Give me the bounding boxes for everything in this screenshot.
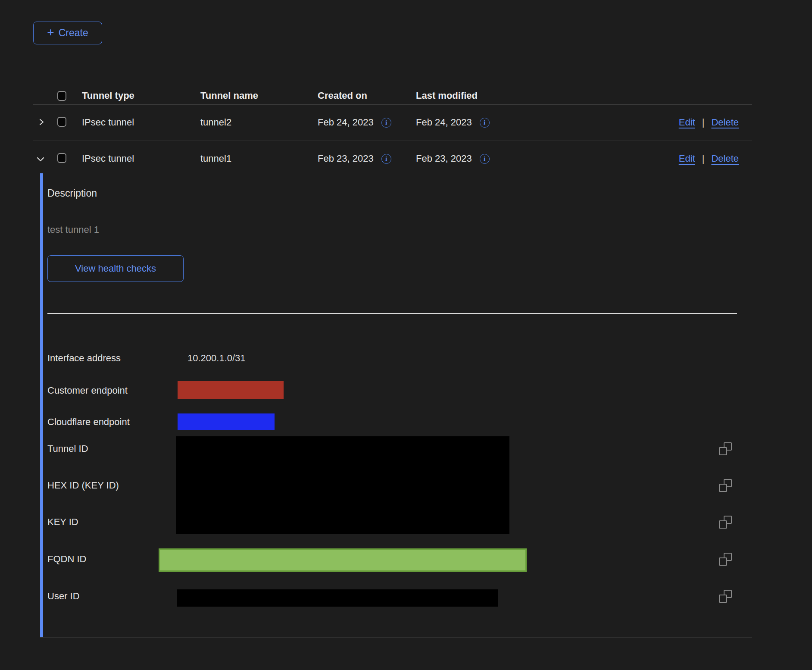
row-checkbox[interactable]: [57, 117, 66, 127]
table-header-row: Tunnel type Tunnel name Created on Last …: [33, 68, 752, 105]
last-modified-value: Feb 24, 2023: [416, 116, 472, 129]
field-label-user-id: User ID: [47, 590, 80, 602]
created-on-cell: Feb 23, 2023 i: [318, 152, 391, 166]
create-button[interactable]: + Create: [33, 22, 102, 44]
edit-link[interactable]: Edit: [679, 152, 695, 166]
field-label-key-id: KEY ID: [47, 516, 78, 528]
created-on-cell: Feb 24, 2023 i: [318, 116, 391, 129]
chevron-right-icon[interactable]: [37, 118, 46, 126]
column-header-last-modified: Last modified: [416, 89, 478, 103]
chevron-down-icon[interactable]: [36, 155, 44, 164]
column-header-tunnel-name: Tunnel name: [200, 89, 258, 103]
action-separator: |: [702, 116, 705, 129]
info-icon[interactable]: i: [480, 118, 490, 128]
created-on-value: Feb 24, 2023: [318, 116, 374, 129]
tunnel-name-value: tunnel1: [200, 152, 231, 166]
info-icon[interactable]: i: [381, 118, 391, 128]
info-icon[interactable]: i: [480, 154, 490, 164]
expanded-row-bottom-divider: [40, 637, 752, 638]
create-button-label: Create: [59, 27, 88, 39]
copy-icon[interactable]: [719, 442, 732, 455]
edit-link[interactable]: Edit: [679, 116, 695, 129]
table-row: IPsec tunnel tunnel1 Feb 23, 2023 i Feb …: [33, 141, 752, 177]
view-health-checks-button[interactable]: View health checks: [47, 255, 184, 282]
field-label-customer-endpoint: Customer endpoint: [47, 385, 128, 397]
tunnels-page: + Create Tunnel type Tunnel name Created…: [0, 0, 812, 670]
row-checkbox[interactable]: [57, 153, 66, 163]
field-label-fqdn-id: FQDN ID: [47, 553, 86, 565]
field-label-hex-id: HEX ID (KEY ID): [47, 479, 119, 492]
copy-icon[interactable]: [719, 553, 732, 566]
section-divider: [47, 313, 737, 314]
select-all-checkbox[interactable]: [57, 91, 66, 101]
copy-icon-front-square: [719, 447, 727, 455]
tunnel-type-value: IPsec tunnel: [82, 152, 134, 166]
copy-icon[interactable]: [719, 516, 732, 529]
redaction-block-customer-endpoint: [178, 381, 284, 399]
delete-link[interactable]: Delete: [711, 152, 739, 166]
row-actions: Edit | Delete: [679, 116, 739, 129]
created-on-value: Feb 23, 2023: [318, 152, 374, 166]
tunnel-type-value: IPsec tunnel: [82, 116, 134, 129]
info-icon[interactable]: i: [381, 154, 391, 164]
tunnel-name-value: tunnel2: [200, 116, 231, 129]
redaction-block-ids: [176, 436, 509, 534]
field-label-cloudflare-endpoint: Cloudflare endpoint: [47, 416, 130, 428]
redaction-block-cloudflare-endpoint: [178, 413, 275, 430]
redaction-block-user-id: [177, 589, 498, 607]
plus-icon: +: [47, 26, 54, 38]
last-modified-cell: Feb 23, 2023 i: [416, 152, 490, 166]
column-header-tunnel-type: Tunnel type: [82, 89, 134, 103]
action-separator: |: [702, 152, 705, 166]
redaction-block-fqdn-id: [159, 548, 527, 572]
expanded-row-accent-bar: [40, 173, 43, 637]
copy-icon-front-square: [719, 520, 727, 529]
delete-link[interactable]: Delete: [711, 116, 739, 129]
row-actions: Edit | Delete: [679, 152, 739, 166]
last-modified-value: Feb 23, 2023: [416, 152, 472, 166]
copy-icon-front-square: [719, 484, 727, 492]
last-modified-cell: Feb 24, 2023 i: [416, 116, 490, 129]
copy-icon-front-square: [719, 557, 727, 566]
column-header-created-on: Created on: [318, 89, 367, 103]
copy-icon[interactable]: [719, 590, 732, 603]
description-label: Description: [47, 188, 97, 199]
field-value-interface-address: 10.200.1.0/31: [187, 352, 246, 364]
description-value: test tunnel 1: [47, 224, 99, 235]
copy-icon-front-square: [719, 595, 727, 603]
table-row: IPsec tunnel tunnel2 Feb 24, 2023 i Feb …: [33, 104, 752, 141]
field-label-tunnel-id: Tunnel ID: [47, 443, 88, 455]
field-label-interface-address: Interface address: [47, 352, 121, 364]
copy-icon[interactable]: [719, 479, 732, 492]
